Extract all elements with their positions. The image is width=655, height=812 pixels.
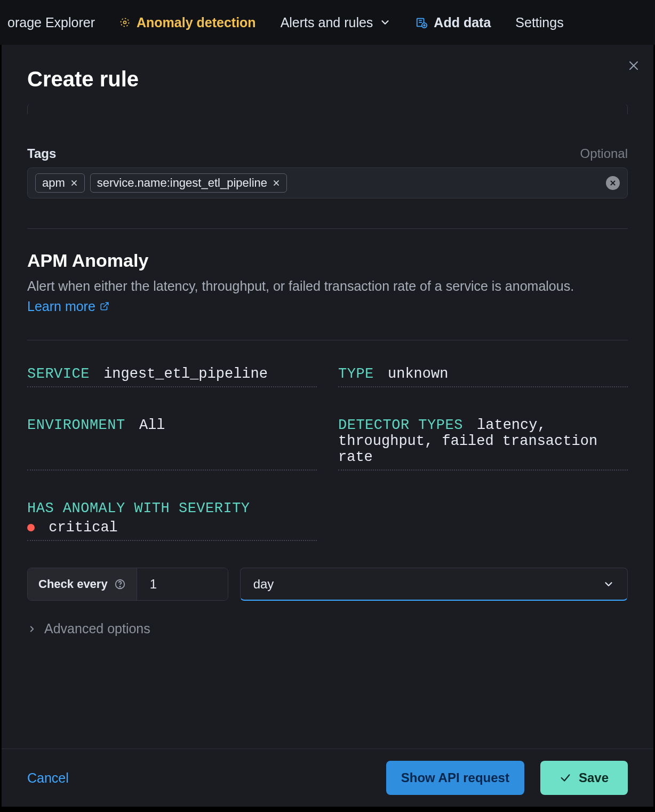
field-type[interactable]: TYPE unknown [338, 366, 628, 387]
check-icon [560, 772, 571, 784]
field-label: TYPE [338, 366, 374, 382]
close-button[interactable] [627, 59, 641, 73]
field-label: SERVICE [27, 366, 90, 382]
flyout-footer: Cancel Show API request Save [2, 749, 653, 807]
learn-more-link[interactable]: Learn more [27, 297, 109, 317]
scroll-fade [2, 733, 653, 749]
nav-add-data[interactable]: Add data [416, 15, 491, 30]
interval-input[interactable]: 1 [137, 568, 228, 600]
remove-tag-icon[interactable] [70, 179, 78, 187]
tags-input[interactable]: apm service.name:ingest_etl_pipeline [27, 168, 628, 198]
divider [27, 340, 628, 340]
chevron-right-icon [27, 624, 37, 634]
field-environment[interactable]: ENVIRONMENT All [27, 417, 317, 471]
anomaly-icon [119, 17, 130, 28]
field-label: HAS ANOMALY WITH SEVERITY [27, 500, 250, 516]
check-every-row: Check every 1 day [27, 568, 628, 601]
check-every-group: Check every 1 [27, 568, 228, 601]
interval-unit-select[interactable]: day [240, 568, 628, 601]
svg-point-0 [123, 21, 126, 24]
nav-settings[interactable]: Settings [515, 15, 563, 30]
help-icon[interactable] [114, 578, 126, 590]
advanced-options-label: Advanced options [44, 621, 150, 636]
nav-add-data-label: Add data [434, 15, 491, 30]
chevron-down-icon [603, 578, 614, 590]
interval-value: 1 [150, 577, 157, 592]
field-label: ENVIRONMENT [27, 417, 125, 433]
learn-more-text: Learn more [27, 297, 95, 317]
advanced-options-toggle[interactable]: Advanced options [27, 621, 628, 636]
svg-point-17 [119, 586, 120, 587]
field-service[interactable]: SERVICE ingest_etl_pipeline [27, 366, 317, 387]
save-button[interactable]: Save [540, 761, 628, 795]
nav-anomaly-detection[interactable]: Anomaly detection [119, 15, 256, 30]
nav-storage-explorer-label: orage Explorer [7, 15, 95, 30]
save-label: Save [579, 770, 609, 785]
field-severity[interactable]: HAS ANOMALY WITH SEVERITY critical [27, 500, 317, 541]
field-value: critical [49, 520, 118, 536]
optional-label: Optional [580, 146, 628, 161]
field-label: DETECTOR TYPES [338, 417, 463, 433]
nav-alerts-rules[interactable]: Alerts and rules [281, 15, 392, 30]
field-value: All [139, 417, 165, 433]
tag-text: apm [42, 176, 65, 190]
nav-storage-explorer[interactable]: orage Explorer [7, 15, 95, 30]
check-every-label-box: Check every [28, 568, 137, 600]
nav-settings-label: Settings [515, 15, 563, 30]
section-description: Alert when either the latency, throughpu… [27, 276, 628, 316]
clear-all-tags-button[interactable] [606, 176, 620, 190]
section-title: APM Anomaly [27, 250, 628, 271]
check-every-label: Check every [38, 577, 108, 591]
nav-anomaly-label: Anomaly detection [137, 15, 256, 30]
interval-unit-value: day [253, 577, 274, 592]
divider [27, 228, 628, 229]
tag-text: service.name:ingest_etl_pipeline [97, 176, 267, 190]
tag-pill[interactable]: apm [35, 173, 85, 193]
create-rule-flyout: Create rule Tags Optional apm service.na… [2, 45, 653, 807]
tag-pill[interactable]: service.name:ingest_etl_pipeline [90, 173, 287, 193]
chevron-down-icon [379, 17, 391, 28]
flyout-body: Tags Optional apm service.name:ingest_et… [2, 104, 653, 749]
show-api-request-button[interactable]: Show API request [386, 761, 524, 795]
rule-fields: SERVICE ingest_etl_pipeline TYPE unknown… [27, 366, 628, 541]
field-value: unknown [388, 366, 448, 382]
remove-tag-icon[interactable] [273, 179, 280, 187]
external-link-icon [100, 301, 109, 311]
severity-dot-icon [27, 524, 35, 531]
tags-label: Tags [27, 146, 56, 161]
add-data-icon [416, 17, 427, 28]
previous-input-edge [27, 104, 628, 114]
section-description-text: Alert when either the latency, throughpu… [27, 278, 574, 293]
svg-point-1 [121, 19, 129, 27]
top-nav: orage Explorer Anomaly detection Alerts … [0, 0, 655, 45]
field-value: ingest_etl_pipeline [103, 366, 268, 382]
field-detector-types[interactable]: DETECTOR TYPES latency, throughput, fail… [338, 417, 628, 471]
cancel-button[interactable]: Cancel [27, 770, 69, 786]
flyout-title: Create rule [27, 67, 628, 91]
nav-alerts-rules-label: Alerts and rules [281, 15, 373, 30]
flyout-header: Create rule [2, 45, 653, 104]
